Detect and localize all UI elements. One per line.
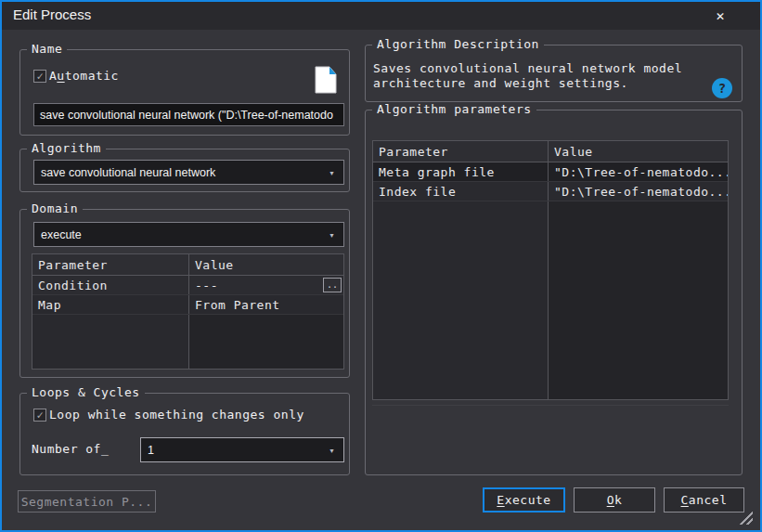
algorithm-parameters-legend: Algorithm parameters: [372, 102, 536, 116]
domain-group-legend: Domain: [27, 201, 83, 215]
domain-table-empty-area: [32, 315, 343, 369]
chevron-down-icon: ▼: [329, 169, 335, 175]
new-document-icon[interactable]: [314, 65, 338, 95]
loop-while-changes-checkbox[interactable]: ✓: [33, 409, 46, 422]
domain-dropdown[interactable]: execute ▼: [33, 222, 344, 247]
title-bar[interactable]: Edit Process ✕: [2, 2, 760, 30]
parameters-table-empty-area: [373, 201, 728, 399]
loops-cycles-group-legend: Loops & Cycles: [27, 385, 145, 399]
algorithm-parameters-group: Algorithm parameters Parameter Value Met…: [365, 110, 743, 475]
automatic-checkbox-label: Automatic: [49, 69, 119, 83]
resize-grip-icon[interactable]: [736, 511, 753, 525]
column-header-parameter: Parameter: [373, 141, 549, 162]
column-header-value: Value: [549, 141, 728, 162]
algorithm-description-text: Saves convolutional neural network model…: [373, 61, 693, 90]
ellipsis-button[interactable]: ..: [323, 278, 342, 292]
domain-table: Parameter Value Condition --- .. Map Fro…: [32, 253, 344, 370]
ok-button[interactable]: Ok: [574, 487, 655, 513]
name-group-legend: Name: [27, 42, 67, 56]
chevron-down-icon: ▼: [329, 231, 335, 238]
algorithm-description-legend: Algorithm Description: [372, 37, 544, 51]
table-row-condition[interactable]: Condition --- ..: [32, 276, 343, 295]
domain-dropdown-value: execute: [41, 228, 82, 241]
number-of-label: Number of_: [32, 442, 109, 456]
parameters-table-header: Parameter Value: [373, 141, 728, 162]
parameters-table: Parameter Value Meta graph file "D:\Tree…: [372, 140, 729, 400]
table-row-index-file[interactable]: Index file "D:\Tree-of-nematodo...: [373, 182, 728, 201]
edit-process-dialog: Edit Process ✕ Name ✓ Automatic save con…: [0, 0, 762, 532]
window-title: Edit Process: [13, 6, 91, 22]
close-icon[interactable]: ✕: [708, 5, 732, 27]
check-icon: ✓: [36, 409, 43, 421]
table-row-meta-graph-file[interactable]: Meta graph file "D:\Tree-of-nematodo...: [373, 162, 728, 182]
column-header-value: Value: [189, 254, 343, 275]
execute-button[interactable]: Execute: [483, 487, 565, 513]
segmentation-button: Segmentation P...: [18, 490, 156, 513]
algorithm-group-legend: Algorithm: [27, 141, 106, 155]
domain-group: Domain execute ▼ Parameter Value Conditi…: [19, 209, 350, 378]
number-of-dropdown-value: 1: [148, 444, 154, 457]
algorithm-dropdown-value: save convolutional neural network: [41, 166, 215, 179]
number-of-dropdown[interactable]: 1 ▼: [140, 437, 344, 462]
table-row-map[interactable]: Map From Parent: [32, 295, 343, 315]
algorithm-group: Algorithm save convolutional neural netw…: [19, 149, 350, 192]
automatic-checkbox[interactable]: ✓: [33, 70, 46, 83]
chevron-down-icon: ▼: [329, 447, 335, 453]
name-group: Name ✓ Automatic save convolutional neur…: [19, 49, 350, 136]
check-icon: ✓: [36, 71, 43, 82]
algorithm-dropdown[interactable]: save convolutional neural network ▼: [33, 160, 344, 185]
algorithm-description-group: Algorithm Description Saves convolutiona…: [365, 45, 743, 102]
loop-while-changes-label: Loop while something changes only: [49, 408, 304, 422]
column-header-parameter: Parameter: [32, 254, 189, 275]
divider: [372, 405, 729, 406]
loops-cycles-group: Loops & Cycles ✓ Loop while something ch…: [19, 393, 350, 475]
domain-table-header: Parameter Value: [32, 254, 343, 276]
process-name-input[interactable]: save convolutional neural network ("D:\T…: [33, 103, 344, 126]
help-icon[interactable]: ?: [712, 78, 732, 98]
cancel-button[interactable]: Cancel: [664, 487, 744, 513]
